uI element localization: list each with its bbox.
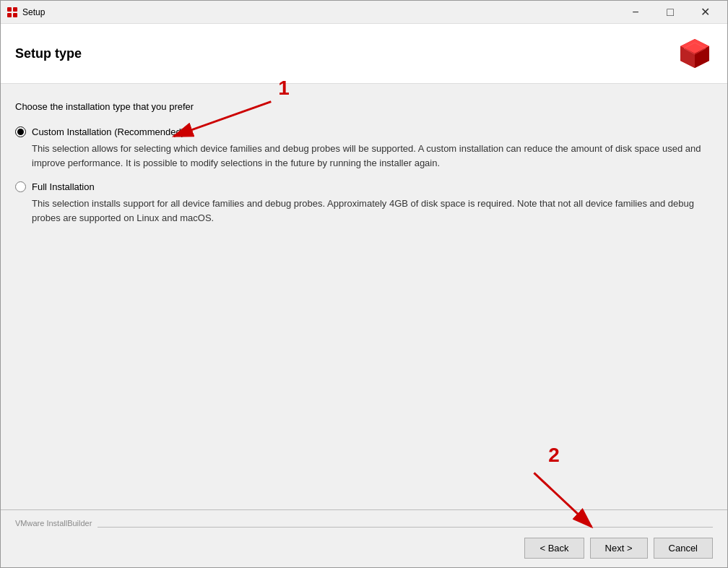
app-logo <box>677 35 713 72</box>
footer-section: VMware InstallBuilder < Back Next > Canc… <box>1 509 727 567</box>
title-bar: Setup − □ ✕ <box>1 1 727 24</box>
svg-rect-0 <box>7 7 12 12</box>
button-row: < Back Next > Cancel <box>15 535 713 559</box>
brand-label-row: VMware InstallBuilder <box>15 519 713 535</box>
setup-window: Setup − □ ✕ Setup type Choose the instal… <box>0 0 728 568</box>
content-area: Choose the installation type that you pr… <box>1 84 727 509</box>
svg-rect-2 <box>7 13 12 17</box>
instruction-text: Choose the installation type that you pr… <box>15 101 713 112</box>
next-button[interactable]: Next > <box>590 538 648 559</box>
page-title: Setup type <box>15 46 82 61</box>
svg-rect-3 <box>13 13 17 17</box>
option-custom-label[interactable]: Custom Installation (Recommended) <box>32 126 184 137</box>
option-group: Custom Installation (Recommended) This s… <box>15 126 713 225</box>
option-full-label[interactable]: Full Installation <box>32 181 95 192</box>
option-full: Full Installation This selection install… <box>15 181 713 225</box>
option-custom-description: This selection allows for selecting whic… <box>32 142 713 170</box>
close-button[interactable]: ✕ <box>688 1 722 23</box>
app-icon <box>6 7 18 18</box>
radio-custom[interactable] <box>15 126 26 137</box>
minimize-button[interactable]: − <box>619 1 652 23</box>
window-title: Setup <box>22 7 619 17</box>
cancel-button[interactable]: Cancel <box>654 538 713 559</box>
option-custom-row: Custom Installation (Recommended) <box>15 126 713 137</box>
back-button[interactable]: < Back <box>524 538 584 559</box>
option-full-row: Full Installation <box>15 181 713 192</box>
option-custom: Custom Installation (Recommended) This s… <box>15 126 713 170</box>
window-controls: − □ ✕ <box>619 1 722 23</box>
maximize-button[interactable]: □ <box>654 1 687 23</box>
option-full-description: This selection installs support for all … <box>32 197 713 225</box>
header-section: Setup type <box>1 24 727 84</box>
svg-rect-1 <box>13 7 17 12</box>
brand-label: VMware InstallBuilder <box>15 519 92 528</box>
radio-full[interactable] <box>15 181 26 192</box>
